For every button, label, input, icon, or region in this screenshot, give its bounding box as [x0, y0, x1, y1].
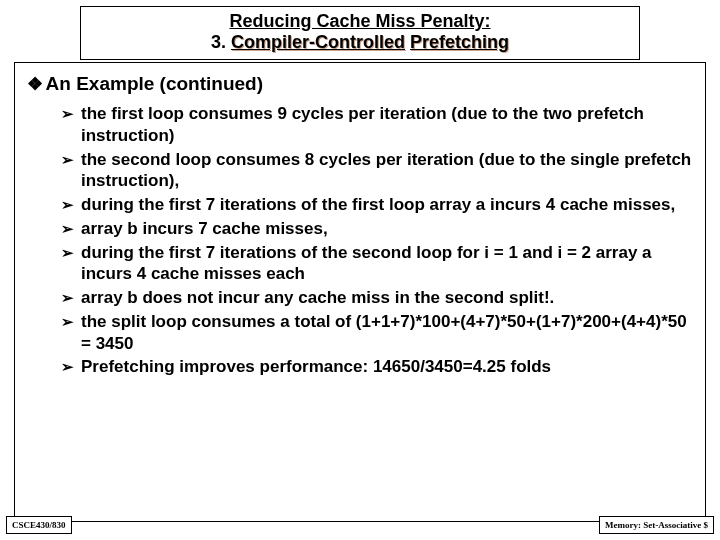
list-item: ➢ the second loop consumes 8 cycles per … [61, 149, 693, 193]
list-item-text: Prefetching improves performance: 14650/… [81, 356, 693, 378]
list-item-text: during the first 7 iterations of the fir… [81, 194, 693, 216]
list-item-text: the split loop consumes a total of (1+1+… [81, 311, 693, 355]
arrow-icon: ➢ [61, 103, 81, 123]
arrow-icon: ➢ [61, 242, 81, 262]
title-box: Reducing Cache Miss Penalty: 3. Compiler… [80, 6, 640, 60]
arrow-icon: ➢ [61, 311, 81, 331]
list-item-text: during the first 7 iterations of the sec… [81, 242, 693, 286]
title-line-2: 3. Compiler-Controlled Prefetching [89, 32, 631, 53]
title-line-1: Reducing Cache Miss Penalty: [89, 11, 631, 32]
list-item: ➢ the split loop consumes a total of (1+… [61, 311, 693, 355]
arrow-icon: ➢ [61, 218, 81, 238]
arrow-icon: ➢ [61, 194, 81, 214]
list-item: ➢ Prefetching improves performance: 1465… [61, 356, 693, 378]
list-item-text: the first loop consumes 9 cycles per ite… [81, 103, 693, 147]
diamond-bullet-icon: ❖ [27, 73, 41, 95]
content-box: ❖ An Example (continued) ➢ the first loo… [14, 62, 706, 522]
list-item: ➢ during the first 7 iterations of the f… [61, 194, 693, 216]
list-item: ➢ during the first 7 iterations of the s… [61, 242, 693, 286]
footer-right: Memory: Set-Associative $ [599, 516, 714, 534]
footer-left: CSCE430/830 [6, 516, 72, 534]
list-item-text: array b does not incur any cache miss in… [81, 287, 693, 309]
title-prefix: 3. [211, 32, 231, 52]
arrow-icon: ➢ [61, 287, 81, 307]
list-item-text: array b incurs 7 cache misses, [81, 218, 693, 240]
arrow-icon: ➢ [61, 149, 81, 169]
list-item: ➢ array b incurs 7 cache misses, [61, 218, 693, 240]
section-heading-text: An Example (continued) [46, 73, 263, 94]
title-prefetching: Prefetching [410, 32, 509, 52]
list-item: ➢ array b does not incur any cache miss … [61, 287, 693, 309]
title-compiler-controlled: Compiler-Controlled [231, 32, 405, 52]
list-item: ➢ the first loop consumes 9 cycles per i… [61, 103, 693, 147]
list-item-text: the second loop consumes 8 cycles per it… [81, 149, 693, 193]
section-heading: ❖ An Example (continued) [27, 73, 693, 95]
bullet-list: ➢ the first loop consumes 9 cycles per i… [61, 103, 693, 378]
arrow-icon: ➢ [61, 356, 81, 376]
